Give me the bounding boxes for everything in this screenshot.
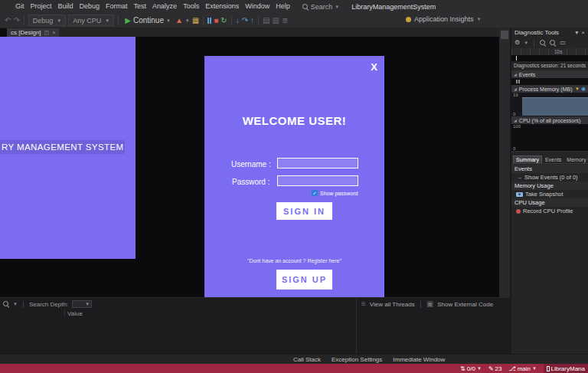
menu-build[interactable]: Build [55,0,77,13]
quick-search-box[interactable]: Search ▼ [302,3,339,11]
search-icon[interactable] [3,301,9,307]
close-dialog-button[interactable]: X [371,61,377,73]
chevron-down-icon: ▼ [477,366,482,371]
menu-extensions[interactable]: Extensions [202,0,242,13]
dialog-title: WELCOME USER! [204,114,384,127]
window-title: LibraryManagementSystem [351,3,436,11]
application-insights-icon [406,17,411,22]
sign-up-button[interactable]: SIGN UP [276,270,332,290]
tab-design-view[interactable]: cs [Design] ◫ × [7,28,59,37]
solution-configuration-dropdown[interactable]: Debug ▼ [28,15,66,26]
ruler-label: 10s [554,49,562,54]
diagnostics-toolbar: ⚙ ▼ ▭ [511,38,588,47]
search-depth-dropdown[interactable]: ▼ [72,300,92,308]
scrollbar-thumb[interactable] [501,31,508,39]
application-insights-button[interactable]: Application Insights ▼ [406,15,482,23]
git-branch-selector[interactable]: ⎇ main ▼ [508,365,537,372]
solution-platform-dropdown[interactable]: Any CPU ▼ [68,15,114,26]
search-depth-label: Search Depth: [29,301,68,308]
username-input[interactable] [277,158,358,169]
chevron-down-icon[interactable]: ▾ [575,28,578,38]
menu-git[interactable]: Git [12,0,28,13]
stop-debugging-icon[interactable]: ■ [214,17,218,25]
toolbar-separator [231,16,232,25]
app-main-window: RY MANAGEMENT SYSTEM [0,37,136,259]
record-icon [516,209,521,214]
events-section-header[interactable]: ◢ Events [511,70,588,78]
pending-changes[interactable]: ✎ 23 [488,365,502,372]
zoom-out-icon[interactable] [550,40,556,46]
menu-window[interactable]: Window [242,0,273,13]
cpu-section-header[interactable]: ◢ CPU (% of all processors) [511,116,588,124]
session-timeline[interactable] [511,55,588,61]
value-column-header[interactable]: Value [67,310,83,317]
toolbar-separator [534,40,534,47]
memory-scale-max: 19 [513,93,518,97]
sign-in-button[interactable]: SIGN IN [276,202,332,220]
show-password-checkbox[interactable]: ✓ Show password [312,190,358,196]
menu-project[interactable]: Project [28,0,55,13]
column-divider [64,309,65,317]
username-label: Username : [231,160,271,169]
chevron-down-icon: ▼ [13,302,18,306]
apply-code-changes-icon[interactable]: ▦ [192,17,199,25]
show-external-code-button[interactable]: Show External Code [437,301,493,308]
menu-analyze[interactable]: Analyze [149,0,180,13]
take-snapshot-link[interactable]: Take Snapshot [516,190,564,198]
split-view-icon[interactable]: ◫ [44,30,50,36]
properties-icon[interactable]: ≣ [282,17,288,25]
menu-bar: Git Project Build Debug Format Test Anal… [0,0,588,13]
menu-format[interactable]: Format [103,0,131,13]
navigate-forward-icon[interactable]: ↷ [13,17,19,25]
chevron-down-icon: ▼ [335,5,339,9]
show-events-link[interactable]: → Show Events (0 of 0) [516,173,578,182]
menu-help[interactable]: Help [273,0,293,13]
step-into-icon[interactable]: ↓ [236,17,240,25]
snapshot-indicator-icon[interactable]: ◉ [581,86,586,92]
filter-icon[interactable]: ▼ [575,87,580,91]
panel-splitter[interactable] [356,298,357,355]
hot-reload-icon[interactable]: ▲ [175,17,183,25]
reset-view-icon[interactable]: ▭ [560,40,566,46]
toolbar-separator [23,301,24,308]
repository-selector[interactable]: LibraryMana [544,364,588,373]
branch-icon: ⎇ [508,365,515,372]
app-window-title: RY MANAGEMENT SYSTEM [0,140,125,154]
tab-call-stack[interactable]: Call Stack [293,356,321,363]
settings-gear-icon[interactable]: ⚙ [514,40,520,46]
tab-summary[interactable]: Summary [513,155,542,163]
external-code-icon: ▣ [426,300,433,308]
diagnostics-tab-strip: Summary Events Memory Usage [511,155,588,164]
menu-test[interactable]: Test [131,0,150,13]
close-panel-icon[interactable]: × [581,28,585,38]
navigate-backward-icon[interactable]: ↶ [5,17,11,25]
search-icon [302,4,309,10]
callstack-toolbar: ≡ View all Threads ▣ Show External Code [361,300,493,308]
collapse-triangle-icon: ◢ [514,118,517,123]
status-bar: ⇅ 0/0 ▼ ✎ 23 ⎇ main ▼ LibraryMana [0,364,588,373]
tab-immediate-window[interactable]: Immediate Window [393,356,445,363]
password-input[interactable] [277,175,358,186]
chevron-down-icon: ▼ [105,18,109,23]
editor-scrollbar[interactable] [499,28,510,297]
continue-button[interactable]: ▶ Continue ▼ [122,16,173,25]
tab-memory-usage[interactable]: Memory Usage [564,156,588,163]
tab-exception-settings[interactable]: Exception Settings [332,356,382,363]
view-all-threads-button[interactable]: View all Threads [370,301,415,308]
zoom-in-icon[interactable] [540,40,546,46]
git-sync-status[interactable]: ⇅ 0/0 ▼ [460,365,482,372]
step-out-icon[interactable]: ↑ [250,17,254,25]
menu-debug[interactable]: Debug [77,0,103,13]
cpu-scale-max: 100 [513,124,521,129]
password-label: Password : [232,178,270,186]
memory-section-header[interactable]: ◢ Process Memory (MB) ▼ ◉ [511,85,588,93]
close-tab-icon[interactable]: × [52,30,55,35]
tab-events[interactable]: Events [543,156,564,163]
solution-explorer-icon[interactable]: ▥ [273,17,279,25]
step-over-icon[interactable]: ↷ [242,17,248,25]
break-all-icon[interactable] [207,18,211,24]
record-cpu-link[interactable]: Record CPU Profile [516,207,573,215]
menu-tools[interactable]: Tools [180,0,202,13]
find-icon[interactable]: ▤ [263,17,270,25]
restart-icon[interactable]: ↻ [220,17,227,25]
